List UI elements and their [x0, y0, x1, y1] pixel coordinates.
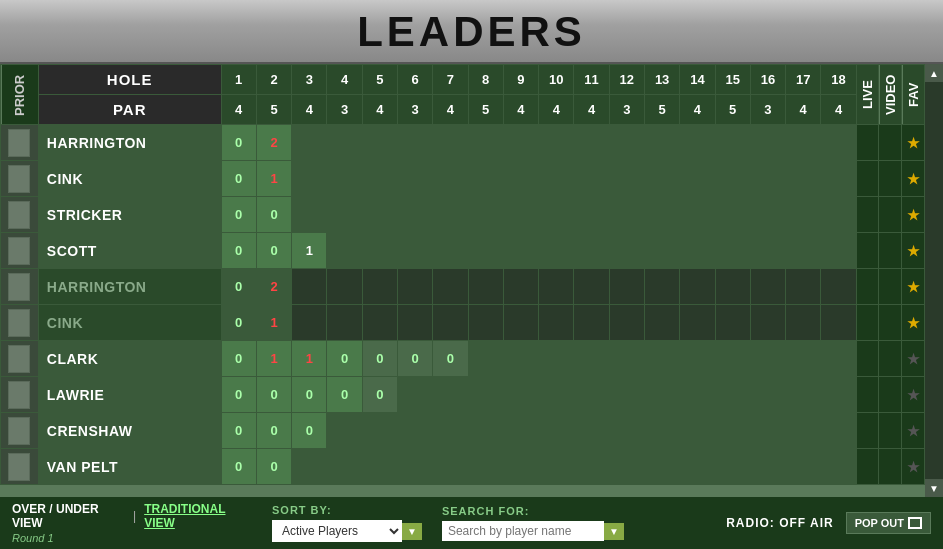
score-cell [609, 125, 644, 161]
score-cell [433, 449, 468, 485]
video-cell[interactable] [879, 125, 902, 161]
score-cell [433, 305, 468, 341]
video-cell[interactable] [879, 377, 902, 413]
score-cell: 0 [256, 197, 291, 233]
video-header: VIDEO [879, 65, 902, 125]
scrollbar: ▲ ▼ [925, 64, 943, 497]
score-cell: 0 [221, 305, 256, 341]
live-cell[interactable] [856, 197, 879, 233]
live-cell[interactable] [856, 125, 879, 161]
star-icon: ★ [907, 459, 920, 475]
video-cell[interactable] [879, 197, 902, 233]
score-cell [468, 377, 503, 413]
fav-header: FAV [902, 65, 925, 125]
bottom-bar: OVER / UNDER VIEW | TRADITIONAL VIEW Rou… [0, 497, 943, 549]
score-cell [362, 161, 397, 197]
search-dropdown-arrow[interactable]: ▼ [604, 523, 624, 540]
live-header: LIVE [856, 65, 879, 125]
live-cell[interactable] [856, 341, 879, 377]
score-cell [644, 449, 679, 485]
score-cell [503, 269, 538, 305]
score-cell [327, 413, 362, 449]
p6: 3 [398, 95, 433, 125]
player-name[interactable]: SCOTT [38, 233, 221, 269]
player-name[interactable]: CLARK [38, 341, 221, 377]
video-cell[interactable] [879, 161, 902, 197]
player-name[interactable]: STRICKER [38, 197, 221, 233]
player-name[interactable]: LAWRIE [38, 377, 221, 413]
video-cell[interactable] [879, 413, 902, 449]
search-section: SEARCH FOR: ▼ [442, 505, 624, 541]
score-cell: 1 [256, 341, 291, 377]
fav-cell[interactable]: ★ [902, 305, 925, 341]
player-name[interactable]: HARRINGTON [38, 269, 221, 305]
score-cell [362, 125, 397, 161]
sort-by-dropdown[interactable]: Active Players All Players [272, 520, 402, 542]
live-cell[interactable] [856, 305, 879, 341]
score-cell [574, 341, 609, 377]
live-cell[interactable] [856, 269, 879, 305]
par-header: PAR [38, 95, 221, 125]
live-cell[interactable] [856, 161, 879, 197]
score-cell [680, 161, 715, 197]
live-cell[interactable] [856, 233, 879, 269]
score-cell [574, 305, 609, 341]
pop-out-button[interactable]: POP OUT [846, 512, 931, 534]
score-cell [468, 269, 503, 305]
p1: 4 [221, 95, 256, 125]
fav-cell[interactable]: ★ [902, 125, 925, 161]
score-cell [750, 377, 785, 413]
score-cell [750, 197, 785, 233]
sort-dropdown-arrow[interactable]: ▼ [402, 523, 422, 540]
fav-cell[interactable]: ★ [902, 197, 925, 233]
score-cell [539, 413, 574, 449]
over-under-view-link[interactable]: OVER / UNDER VIEW [12, 502, 125, 530]
table-row: CINK01★ [1, 305, 925, 341]
score-cell: 0 [221, 233, 256, 269]
h12: 12 [609, 65, 644, 95]
view-divider: | [133, 509, 136, 523]
player-name[interactable]: CINK [38, 305, 221, 341]
p11: 4 [574, 95, 609, 125]
h15: 15 [715, 65, 750, 95]
score-cell: 1 [256, 305, 291, 341]
score-cell [786, 269, 821, 305]
fav-cell[interactable]: ★ [902, 161, 925, 197]
score-cell: 1 [256, 161, 291, 197]
score-cell [433, 125, 468, 161]
score-cell [750, 341, 785, 377]
score-cell [680, 233, 715, 269]
fav-cell[interactable]: ★ [902, 269, 925, 305]
view-section: OVER / UNDER VIEW | TRADITIONAL VIEW Rou… [12, 502, 252, 544]
fav-cell[interactable]: ★ [902, 449, 925, 485]
search-input[interactable] [442, 521, 604, 541]
video-cell[interactable] [879, 341, 902, 377]
fav-cell[interactable]: ★ [902, 341, 925, 377]
video-cell[interactable] [879, 269, 902, 305]
video-cell[interactable] [879, 449, 902, 485]
player-name[interactable]: VAN PELT [38, 449, 221, 485]
h3: 3 [292, 65, 327, 95]
traditional-view-link[interactable]: TRADITIONAL VIEW [144, 502, 252, 530]
score-cell [750, 305, 785, 341]
score-cell [539, 161, 574, 197]
p17: 4 [786, 95, 821, 125]
fav-cell[interactable]: ★ [902, 233, 925, 269]
video-cell[interactable] [879, 305, 902, 341]
score-cell [292, 449, 327, 485]
player-name[interactable]: CRENSHAW [38, 413, 221, 449]
score-cell [644, 125, 679, 161]
live-cell[interactable] [856, 413, 879, 449]
player-name[interactable]: CINK [38, 161, 221, 197]
player-name[interactable]: HARRINGTON [38, 125, 221, 161]
fav-cell[interactable]: ★ [902, 377, 925, 413]
video-cell[interactable] [879, 233, 902, 269]
score-cell [539, 449, 574, 485]
scroll-down-button[interactable]: ▼ [925, 479, 943, 497]
live-cell[interactable] [856, 377, 879, 413]
fav-cell[interactable]: ★ [902, 413, 925, 449]
live-cell[interactable] [856, 449, 879, 485]
scroll-up-button[interactable]: ▲ [925, 64, 943, 82]
score-cell [539, 197, 574, 233]
h18: 18 [821, 65, 856, 95]
